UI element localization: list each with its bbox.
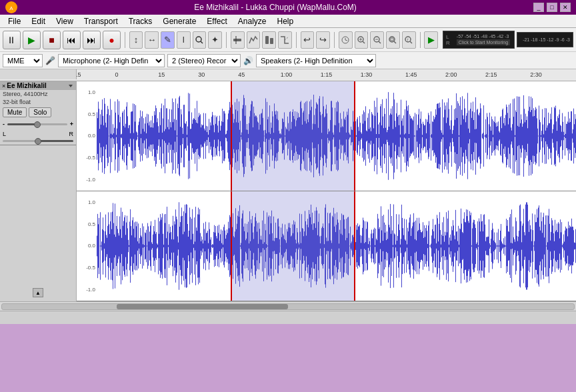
play-small[interactable]: ▶ (424, 31, 438, 49)
app-logo: A (5, 1, 17, 13)
record-button[interactable]: ● (103, 31, 121, 49)
track-label-panel: × Ee Mizhikalil Stereo, 44100Hz 32-bit f… (0, 81, 77, 301)
timeline-mark: 2:30 (530, 71, 542, 78)
track-collapse-button[interactable]: ▲ (33, 288, 43, 297)
timeline-marks[interactable]: -1501530451:001:151:301:452:002:152:30 (77, 69, 576, 79)
input-device-select[interactable]: Microphone (2- High Defin (58, 54, 165, 67)
zoom-out-button[interactable] (370, 31, 384, 49)
svg-rect-6 (265, 36, 269, 44)
redo-button[interactable]: ↪ (316, 31, 330, 49)
multi-tool[interactable]: ✦ (208, 31, 222, 49)
zoom-tool[interactable] (193, 31, 207, 49)
left-label: L (3, 131, 6, 137)
mic-icon: 🎤 (45, 56, 55, 65)
pan-slider[interactable] (3, 140, 73, 142)
input-channels-select[interactable]: 2 (Stereo) Recor (167, 54, 241, 67)
svg-line-11 (345, 40, 347, 41)
track-info-line2: 32-bit float (0, 98, 76, 106)
lr-label: L R (0, 129, 76, 139)
horizontal-scrollbar[interactable] (0, 301, 576, 311)
maximize-button[interactable]: □ (547, 3, 557, 12)
menu-transport[interactable]: Transport (79, 15, 123, 27)
track-dropdown-icon[interactable] (67, 83, 74, 89)
scroll-thumb[interactable] (117, 304, 288, 309)
svg-line-17 (379, 41, 381, 43)
right-label: R (69, 131, 74, 137)
timeline-mark: 0 (115, 71, 118, 78)
menu-tracks[interactable]: Tracks (123, 15, 158, 27)
pause-button[interactable]: ⏸ (3, 31, 21, 49)
next-button[interactable]: ⏭ (83, 31, 101, 49)
svg-line-3 (201, 41, 203, 43)
stop-button[interactable]: ■ (43, 31, 61, 49)
separator-3 (296, 32, 297, 48)
vu-meter-section-2: -21 -18 -15 -12 -9 -6 -3 (517, 32, 573, 47)
waveform-area[interactable]: 1.0 0.5 0.0 -0.5 -1.0 1.0 0.5 0.0 -0.5 -… (77, 81, 576, 301)
timeline-mark: 2:15 (485, 71, 497, 78)
menu-bar: File Edit View Transport Tracks Generate… (0, 15, 576, 28)
svg-rect-7 (270, 38, 273, 44)
timeline-mark: 30 (198, 71, 205, 78)
timeline-mark: 1:45 (405, 71, 417, 78)
minimize-button[interactable]: _ (533, 3, 544, 12)
timeline-mark: 15 (158, 71, 165, 78)
title-bar: A Ee Mizhikalil - Lukka Chuppi (WapMallu… (0, 0, 576, 15)
audio-host-select[interactable]: MME (3, 54, 43, 67)
svg-line-8 (285, 37, 289, 40)
menu-view[interactable]: View (51, 15, 79, 27)
svg-line-20 (394, 41, 396, 43)
svg-text:T: T (407, 38, 409, 42)
svg-rect-21 (391, 38, 393, 41)
compress-tool[interactable] (278, 31, 292, 49)
svg-rect-4 (233, 39, 241, 41)
select-tool[interactable]: I (177, 31, 191, 49)
zoom-toggle[interactable]: T (402, 31, 416, 49)
envelope-tool[interactable] (247, 31, 261, 49)
play-button[interactable]: ▶ (23, 31, 41, 49)
svg-text:A: A (9, 5, 13, 11)
menu-help[interactable]: Help (272, 15, 299, 27)
solo-button[interactable]: Solo (29, 107, 51, 117)
speaker-icon: 🔊 (243, 56, 253, 65)
cursor-tool[interactable]: ↕ (129, 31, 143, 49)
menu-generate[interactable]: Generate (157, 15, 201, 27)
device-row: MME 🎤 Microphone (2- High Defin 2 (Stere… (0, 52, 576, 69)
timeline-mark: 45 (238, 71, 245, 78)
draw-tool[interactable]: ✎ (161, 31, 175, 49)
status-bar (0, 311, 576, 324)
prev-button[interactable]: ⏮ (63, 31, 81, 49)
click-monitor[interactable]: Click to Start Monitoring (457, 39, 510, 45)
timeline-mark: 1:15 (321, 71, 333, 78)
undo-button[interactable]: ↩ (301, 31, 315, 49)
menu-effect[interactable]: Effect (201, 15, 232, 27)
time-shift-tool[interactable]: ↔ (145, 31, 159, 49)
waveform-track-top[interactable]: 1.0 0.5 0.0 -0.5 -1.0 (77, 81, 576, 191)
track-name-bar: × Ee Mizhikalil (0, 81, 76, 90)
waveform-track-bottom[interactable]: 1.0 0.5 0.0 -0.5 -1.0 (77, 191, 576, 301)
scroll-track[interactable] (1, 303, 575, 310)
fit-button[interactable] (386, 31, 400, 49)
zoom-clock[interactable] (339, 31, 353, 49)
track-info-line1: Stereo, 44100Hz (0, 90, 76, 98)
trim-tool[interactable] (231, 31, 245, 49)
pan-controls (0, 139, 76, 143)
menu-edit[interactable]: Edit (26, 15, 51, 27)
close-button[interactable]: ✕ (560, 3, 571, 12)
menu-file[interactable]: File (3, 15, 26, 27)
gain-controls: - + (0, 119, 76, 129)
main-content: × Ee Mizhikalil Stereo, 44100Hz 32-bit f… (0, 81, 576, 301)
gain-slider[interactable] (7, 123, 67, 125)
svg-point-2 (196, 37, 201, 42)
menu-analyze[interactable]: Analyze (233, 15, 272, 27)
output-device-select[interactable]: Speakers (2- High Definition (256, 54, 376, 67)
timeline-bar[interactable]: -1501530451:001:151:301:452:002:152:30 (0, 69, 576, 81)
svg-line-13 (363, 41, 365, 43)
timeline-label-spacer (0, 69, 77, 79)
zoom-in-button[interactable] (355, 31, 369, 49)
gain-minus-label[interactable]: - (3, 121, 5, 127)
svg-point-19 (389, 37, 395, 42)
mute-button[interactable]: Mute (3, 107, 27, 117)
gain-plus-label[interactable]: + (70, 121, 73, 127)
timeline-mark: 2:00 (445, 71, 457, 78)
gain-tool[interactable] (262, 31, 276, 49)
